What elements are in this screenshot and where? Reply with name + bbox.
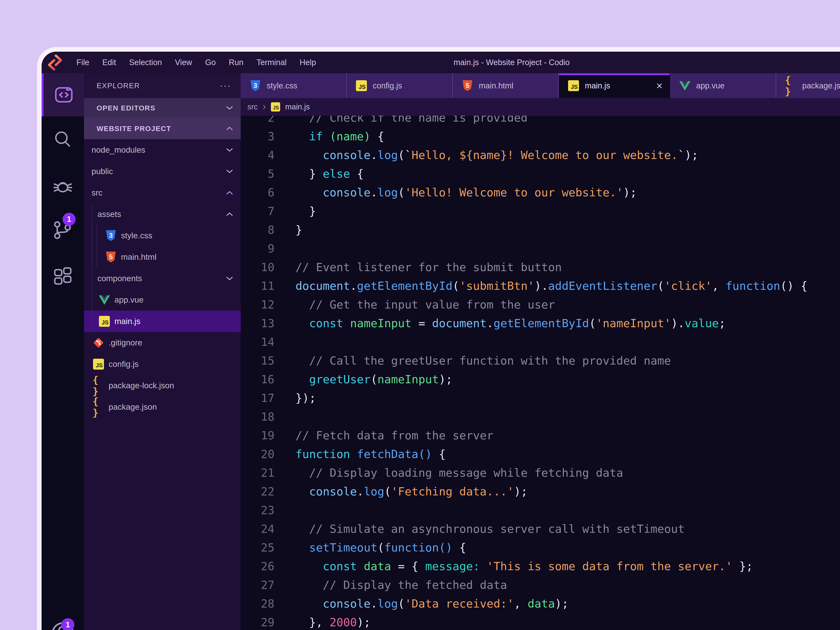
code-area[interactable]: 2 // Check if the name is provided3 if (… bbox=[241, 108, 840, 630]
file-tree: node_modulespublicsrcassets3style.css5ma… bbox=[84, 139, 241, 418]
code-text: } bbox=[275, 221, 302, 239]
code-line: 26 const data = { message: 'This is some… bbox=[241, 557, 840, 576]
line-number: 26 bbox=[241, 557, 275, 576]
line-number: 29 bbox=[241, 613, 275, 630]
tree-item-package.json[interactable]: { }package.json bbox=[84, 396, 241, 418]
tree-item-components[interactable]: components bbox=[84, 268, 241, 289]
chevron-up-icon bbox=[226, 191, 233, 195]
menu-item-terminal[interactable]: Terminal bbox=[256, 58, 287, 67]
line-number: 17 bbox=[241, 389, 275, 407]
menu-item-file[interactable]: File bbox=[76, 58, 89, 67]
project-section[interactable]: WEBSITE PROJECT bbox=[84, 118, 241, 139]
activity-item-search[interactable] bbox=[41, 129, 84, 151]
tree-item-public[interactable]: public bbox=[84, 161, 241, 182]
explorer-header: EXPLORER ··· bbox=[84, 73, 241, 98]
tree-item-style.css[interactable]: 3style.css bbox=[84, 225, 241, 246]
tab-style.css[interactable]: 3style.css bbox=[241, 73, 347, 98]
json-braces-icon: { } bbox=[93, 396, 104, 418]
tab-label: app.vue bbox=[696, 81, 725, 90]
tab-main.html[interactable]: 5main.html bbox=[453, 73, 559, 98]
tree-item-.gitignore[interactable]: .gitignore bbox=[84, 332, 241, 354]
code-text: console.log('Fetching data...'); bbox=[275, 482, 527, 501]
tab-label: style.css bbox=[267, 81, 297, 90]
line-number: 21 bbox=[241, 463, 275, 482]
tree-item-label: node_modules bbox=[92, 145, 145, 155]
activity-item-extensions[interactable] bbox=[41, 265, 84, 287]
code-line: 21 // Display loading message while fetc… bbox=[241, 463, 840, 482]
breadcrumb-folder[interactable]: src bbox=[247, 103, 258, 111]
code-text: } bbox=[275, 202, 316, 221]
code-line: 3 if (name) { bbox=[241, 127, 840, 146]
tree-item-node-modules[interactable]: node_modules bbox=[84, 139, 241, 161]
line-number: 3 bbox=[241, 127, 275, 146]
json-braces-icon: { } bbox=[93, 374, 104, 397]
tab-package.json[interactable]: { }package.json bbox=[776, 73, 840, 98]
open-editors-section[interactable]: OPEN EDITORS bbox=[84, 98, 241, 118]
title-bar: FileEditSelectionViewGoRunTerminalHelp m… bbox=[41, 52, 840, 73]
tree-item-app.vue[interactable]: app.vue bbox=[84, 289, 241, 311]
code-text: }); bbox=[275, 389, 316, 407]
main-layout: 11 EXPLORER ··· OPEN EDITORS WEBSITE PRO… bbox=[41, 73, 840, 630]
line-number: 12 bbox=[241, 295, 275, 314]
code-text: // Call the greetUser function with the … bbox=[275, 351, 671, 370]
menu-item-help[interactable]: Help bbox=[300, 58, 316, 67]
activity-item-debug[interactable] bbox=[41, 175, 84, 197]
code-text: } else { bbox=[275, 164, 364, 183]
html5-icon: 5 bbox=[105, 251, 117, 262]
code-line: 6 console.log('Hello! Welcome to our web… bbox=[241, 183, 840, 202]
code-line: 23 bbox=[241, 501, 840, 519]
breadcrumb-file[interactable]: main.js bbox=[285, 103, 310, 111]
code-text: console.log('Hello! Welcome to our websi… bbox=[275, 183, 637, 202]
js-icon: JS bbox=[271, 102, 280, 112]
line-number: 7 bbox=[241, 202, 275, 221]
tree-item-label: config.js bbox=[109, 360, 139, 369]
menu-item-edit[interactable]: Edit bbox=[102, 58, 116, 67]
project-label: WEBSITE PROJECT bbox=[96, 125, 171, 133]
activity-item-explorer[interactable] bbox=[41, 73, 84, 116]
line-number: 6 bbox=[241, 183, 275, 202]
line-number: 8 bbox=[241, 221, 275, 239]
menu-item-view[interactable]: View bbox=[175, 58, 192, 67]
menu-item-selection[interactable]: Selection bbox=[129, 58, 162, 67]
html5-icon: 5 bbox=[461, 80, 473, 91]
code-text: // Event listener for the submit button bbox=[275, 258, 562, 276]
debug-icon bbox=[52, 174, 74, 197]
tab-label: config.js bbox=[373, 81, 402, 90]
menu-item-go[interactable]: Go bbox=[205, 58, 216, 67]
vue-icon bbox=[98, 295, 110, 305]
code-line: 17}); bbox=[241, 389, 840, 407]
tab-app.vue[interactable]: app.vue bbox=[670, 73, 776, 98]
line-number: 16 bbox=[241, 370, 275, 389]
breadcrumb: src › JS main.js bbox=[241, 98, 840, 116]
code-line: 10// Event listener for the submit butto… bbox=[241, 258, 840, 276]
code-text: const nameInput = document.getElementByI… bbox=[275, 314, 726, 333]
tab-config.js[interactable]: JSconfig.js bbox=[347, 73, 453, 98]
code-line: 9 bbox=[241, 239, 840, 258]
tree-item-src[interactable]: src bbox=[84, 182, 241, 204]
code-text: // Display the fetched data bbox=[275, 576, 507, 594]
tree-item-main.js[interactable]: JSmain.js bbox=[84, 311, 241, 332]
tab-main.js[interactable]: JSmain.js× bbox=[559, 73, 670, 98]
line-number: 20 bbox=[241, 445, 275, 463]
code-line: 14 bbox=[241, 333, 840, 351]
code-text: greetUser(nameInput); bbox=[275, 370, 453, 389]
code-text: }, 2000); bbox=[275, 613, 371, 630]
tree-item-config.js[interactable]: JSconfig.js bbox=[84, 354, 241, 375]
code-line: 12 // Get the input value from the user bbox=[241, 295, 840, 314]
tree-item-label: style.css bbox=[121, 231, 152, 240]
code-line: 8} bbox=[241, 221, 840, 239]
code-text: console.log('Data received:', data); bbox=[275, 594, 568, 613]
menu-item-run[interactable]: Run bbox=[229, 58, 243, 67]
code-text: setTimeout(function() { bbox=[275, 538, 466, 557]
tree-item-label: components bbox=[98, 274, 142, 283]
line-number: 11 bbox=[241, 276, 275, 295]
chevron-up-icon bbox=[226, 126, 233, 131]
code-text: // Fetch data from the server bbox=[275, 426, 494, 445]
activity-item-source-control[interactable] bbox=[41, 219, 84, 242]
tree-item-assets[interactable]: assets bbox=[84, 204, 241, 225]
tab-bar: 3style.cssJSconfig.js5main.htmlJSmain.js… bbox=[241, 73, 840, 98]
tree-item-package-lock.json[interactable]: { }package-lock.json bbox=[84, 375, 241, 396]
tree-item-main.html[interactable]: 5main.html bbox=[84, 246, 241, 268]
tree-item-label: package-lock.json bbox=[109, 381, 174, 390]
close-icon[interactable]: × bbox=[656, 80, 663, 91]
